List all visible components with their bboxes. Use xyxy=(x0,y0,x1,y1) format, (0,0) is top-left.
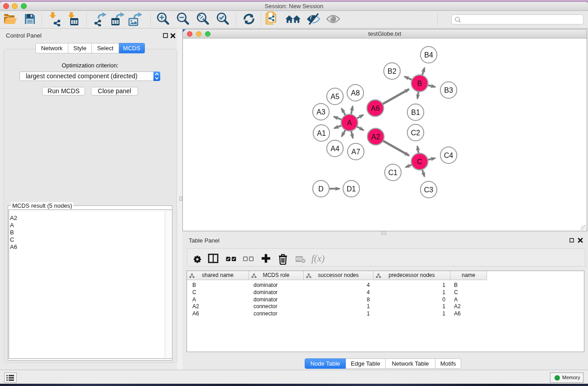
svg-text:A6: A6 xyxy=(371,105,380,112)
svg-text:D: D xyxy=(318,185,324,193)
svg-text:A: A xyxy=(347,119,352,127)
svg-text:A5: A5 xyxy=(330,93,339,100)
svg-text:A7: A7 xyxy=(351,148,360,156)
svg-text:D1: D1 xyxy=(347,185,356,193)
svg-text:A4: A4 xyxy=(330,145,339,152)
svg-text:C3: C3 xyxy=(424,186,434,194)
svg-text:A2: A2 xyxy=(371,133,380,141)
svg-text:B1: B1 xyxy=(411,109,420,116)
svg-text:A8: A8 xyxy=(351,89,360,97)
svg-text:B2: B2 xyxy=(387,67,397,75)
svg-text:C2: C2 xyxy=(411,129,421,137)
svg-text:C1: C1 xyxy=(388,169,398,176)
svg-text:B: B xyxy=(417,80,422,87)
svg-text:C: C xyxy=(417,158,422,166)
svg-text:B3: B3 xyxy=(444,86,453,94)
svg-text:B4: B4 xyxy=(424,51,433,59)
svg-text:A1: A1 xyxy=(317,129,326,137)
svg-text:C4: C4 xyxy=(444,152,454,159)
svg-text:A3: A3 xyxy=(316,108,325,116)
